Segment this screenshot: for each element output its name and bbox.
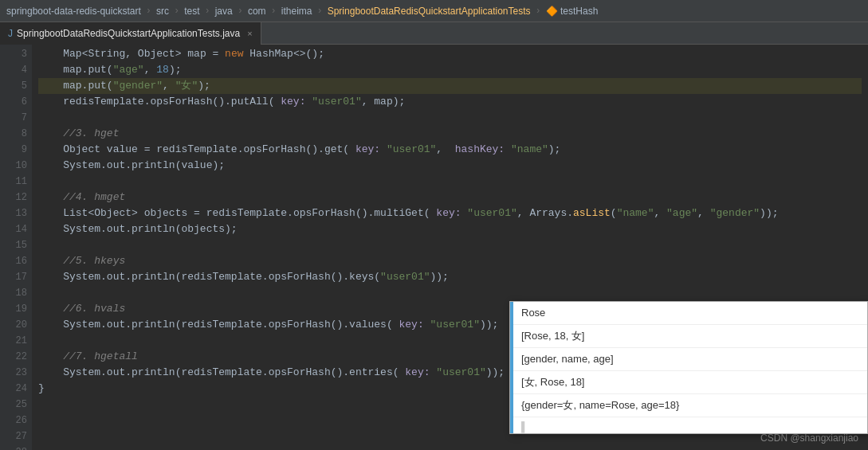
- breadcrumb-itheima: itheima: [281, 6, 312, 17]
- tab-bar: J SpringbootDataRedisQuickstartApplicati…: [0, 22, 868, 45]
- code-line-8: //3. hget: [38, 126, 862, 142]
- code-line-15: [38, 237, 862, 253]
- code-line-5: map.put("gender", "女");: [38, 78, 862, 94]
- code-line-16: //5. hkeys: [38, 253, 862, 269]
- watermark: CSDN @shangxianjiao: [760, 432, 858, 444]
- breadcrumb-bar: springboot-data-redis-quickstart › src ›…: [0, 0, 868, 22]
- tab-main-file[interactable]: J SpringbootDataRedisQuickstartApplicati…: [0, 22, 261, 45]
- code-line-14: System.out.println(objects);: [38, 221, 862, 237]
- tab-label: SpringbootDataRedisQuickstartApplication…: [17, 28, 240, 39]
- output-line-5: {gender=女, name=Rose, age=18}: [510, 394, 867, 417]
- cursor-icon: ▌: [521, 421, 528, 432]
- code-line-12: //4. hmget: [38, 190, 862, 205]
- code-line-7: [38, 110, 862, 126]
- code-line-10: System.out.println(value);: [38, 158, 862, 174]
- breadcrumb-method: 🔶 testHash: [546, 6, 599, 17]
- code-line-17: System.out.println(redisTemplate.opsForH…: [38, 269, 862, 285]
- output-line-1: Rose: [510, 302, 867, 325]
- breadcrumb-project: springboot-data-redis-quickstart: [6, 6, 141, 17]
- tab-file-icon: J: [8, 28, 13, 39]
- output-cursor-line: ▌: [510, 417, 867, 433]
- output-left-bar: [510, 302, 513, 433]
- breadcrumb-src: src: [156, 6, 169, 17]
- code-line-13: List<Object> objects = redisTemplate.ops…: [38, 205, 862, 221]
- breadcrumb-test: test: [184, 6, 199, 17]
- breadcrumb-com: com: [248, 6, 266, 17]
- code-line-18: [38, 285, 862, 301]
- breadcrumb-java: java: [215, 6, 233, 17]
- breadcrumb-class: SpringbootDataRedisQuickstartApplication…: [328, 6, 531, 17]
- output-line-4: [女, Rose, 18]: [510, 371, 867, 394]
- code-line-3: Map<String, Object> map = new HashMap<>(…: [38, 46, 862, 62]
- code-line-28: [38, 444, 862, 450]
- code-line-6: redisTemplate.opsForHash().putAll( key: …: [38, 94, 862, 110]
- line-numbers: 3 4 5 6 7 8 9 10 11 12 13 14 15 16 17 18…: [0, 45, 32, 450]
- code-line-9: Object value = redisTemplate.opsForHash(…: [38, 142, 862, 158]
- output-popup: Rose [Rose, 18, 女] [gender, name, age] […: [509, 301, 868, 434]
- code-line-11: [38, 174, 862, 190]
- tab-close-icon[interactable]: ×: [247, 29, 252, 38]
- output-line-3: [gender, name, age]: [510, 348, 867, 371]
- code-line-4: map.put("age", 18);: [38, 62, 862, 78]
- main-editor-area: 3 4 5 6 7 8 9 10 11 12 13 14 15 16 17 18…: [0, 45, 868, 450]
- output-line-2: [Rose, 18, 女]: [510, 325, 867, 348]
